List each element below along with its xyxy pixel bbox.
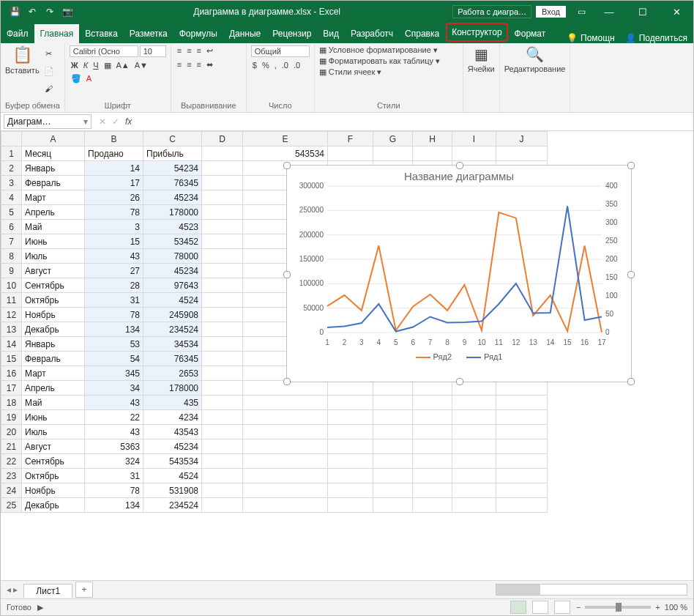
cell[interactable]: 15	[85, 234, 143, 249]
cell[interactable]: Январь	[22, 337, 85, 352]
chart-object[interactable]: Название диаграммы 050000100000150000200…	[286, 165, 632, 382]
cell[interactable]	[452, 425, 496, 439]
cell[interactable]: Август	[22, 264, 85, 278]
ribbon-display-icon[interactable]: ▭	[575, 5, 588, 18]
underline-button[interactable]: Ч	[92, 60, 100, 71]
cell[interactable]: Прибыль	[143, 146, 202, 161]
cell[interactable]	[202, 469, 243, 483]
cell[interactable]: 134	[85, 322, 143, 337]
cell[interactable]: 17	[85, 176, 143, 190]
cell[interactable]: 543534	[143, 454, 202, 469]
cell[interactable]	[452, 483, 496, 498]
cell[interactable]	[328, 469, 373, 483]
cell[interactable]	[243, 498, 328, 513]
cell[interactable]: Январь	[22, 161, 85, 176]
currency-icon[interactable]: $	[251, 60, 258, 70]
cell[interactable]	[243, 410, 328, 425]
cell[interactable]: 45234	[143, 190, 202, 205]
row-header[interactable]: 23	[1, 469, 22, 483]
cell[interactable]: 28	[85, 278, 143, 293]
col-header[interactable]: F	[328, 132, 373, 146]
cell[interactable]: 178000	[143, 205, 202, 220]
cell[interactable]	[328, 498, 373, 513]
resize-handle[interactable]	[627, 162, 635, 169]
cell[interactable]: Продано	[85, 146, 143, 161]
cell[interactable]	[202, 352, 243, 366]
cell[interactable]: 26	[85, 190, 143, 205]
row-header[interactable]: 5	[1, 205, 22, 220]
tab-рецензир[interactable]: Рецензир	[266, 24, 317, 43]
cell[interactable]	[202, 278, 243, 293]
cell[interactable]	[373, 454, 413, 469]
cell[interactable]	[328, 410, 373, 425]
cell[interactable]: 53	[85, 337, 143, 352]
cell[interactable]: 34	[85, 381, 143, 396]
zoom-slider[interactable]	[585, 606, 651, 609]
cell[interactable]	[202, 161, 243, 176]
row-header[interactable]: 19	[1, 410, 22, 425]
tab-разработч[interactable]: Разработч	[345, 24, 399, 43]
cell[interactable]	[496, 469, 548, 483]
row-header[interactable]: 18	[1, 396, 22, 410]
cell[interactable]	[202, 176, 243, 190]
cell[interactable]: 76345	[143, 176, 202, 190]
cell[interactable]: Декабрь	[22, 322, 85, 337]
save-icon[interactable]: 💾	[8, 5, 21, 18]
align-right-icon[interactable]: ≡	[195, 59, 203, 70]
cell[interactable]	[373, 483, 413, 498]
format-as-table-button[interactable]: ▦ Форматировать как таблицу ▾	[319, 56, 440, 66]
align-top-icon[interactable]: ≡	[176, 45, 183, 56]
minimize-button[interactable]: —	[592, 1, 626, 23]
cell[interactable]: Ноябрь	[22, 483, 85, 498]
cell[interactable]	[413, 410, 452, 425]
cell[interactable]	[413, 439, 452, 454]
cell[interactable]: Февраль	[22, 352, 85, 366]
share-icon[interactable]: 👤	[625, 33, 636, 43]
row-header[interactable]: 8	[1, 249, 22, 264]
cell[interactable]	[328, 146, 373, 161]
cell[interactable]	[202, 234, 243, 249]
col-header[interactable]: A	[22, 132, 85, 146]
bold-button[interactable]: Ж	[70, 60, 80, 71]
copy-icon[interactable]: 📄	[42, 64, 56, 78]
merge-icon[interactable]: ⬌	[205, 59, 214, 70]
paste-button[interactable]: 📋 Вставить	[5, 45, 40, 75]
cell[interactable]: Сентябрь	[22, 278, 85, 293]
sheet-tab[interactable]: Лист1	[23, 584, 72, 598]
macro-icon[interactable]: ▶	[37, 603, 43, 612]
cell[interactable]: 78	[85, 308, 143, 322]
cell[interactable]: Апрель	[22, 381, 85, 396]
row-header[interactable]: 16	[1, 366, 22, 381]
cell[interactable]	[202, 205, 243, 220]
cell[interactable]: 245908	[143, 308, 202, 322]
cell[interactable]	[496, 410, 548, 425]
cell[interactable]: 45234	[143, 439, 202, 454]
cell[interactable]: 4524	[143, 293, 202, 308]
cell[interactable]: 4234	[143, 410, 202, 425]
row-header[interactable]: 2	[1, 161, 22, 176]
cell[interactable]	[413, 498, 452, 513]
resize-handle[interactable]	[456, 162, 463, 169]
redo-icon[interactable]: ↷	[43, 5, 56, 18]
resize-handle[interactable]	[627, 378, 635, 385]
sheet-nav[interactable]: ◂ ▸	[1, 585, 23, 595]
cell[interactable]	[413, 469, 452, 483]
cell[interactable]: 27	[85, 264, 143, 278]
cell[interactable]	[373, 146, 413, 161]
cell[interactable]: Сентябрь	[22, 454, 85, 469]
format-painter-icon[interactable]: 🖌	[42, 82, 56, 95]
cell[interactable]	[496, 425, 548, 439]
cell[interactable]	[202, 498, 243, 513]
cell[interactable]: 43	[85, 396, 143, 410]
cell[interactable]	[496, 454, 548, 469]
cell[interactable]: 178000	[143, 381, 202, 396]
zoom-out-icon[interactable]: −	[576, 603, 581, 612]
cell[interactable]	[496, 498, 548, 513]
row-header[interactable]: 22	[1, 454, 22, 469]
cell[interactable]: 43	[85, 249, 143, 264]
cell[interactable]	[452, 439, 496, 454]
cell[interactable]	[202, 249, 243, 264]
wrap-text-icon[interactable]: ↩	[205, 45, 214, 56]
cell[interactable]: Март	[22, 190, 85, 205]
cell[interactable]: 345	[85, 366, 143, 381]
